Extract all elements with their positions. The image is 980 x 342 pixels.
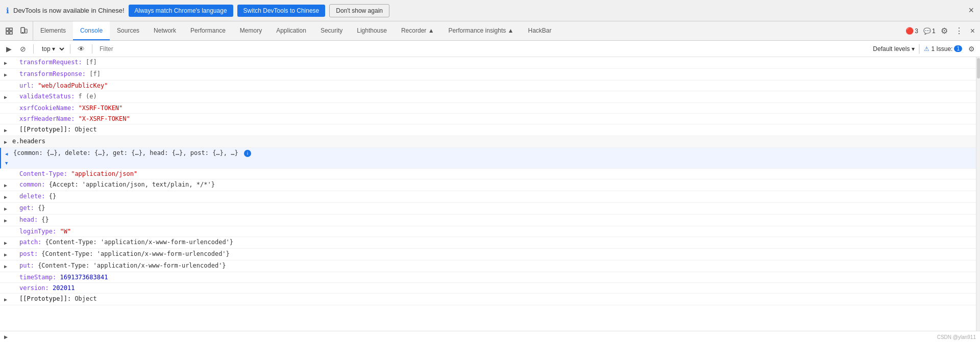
- tab-memory[interactable]: Memory: [233, 21, 269, 40]
- log-text: timeStamp: 1691373683841: [11, 273, 976, 282]
- no-arrow: [4, 103, 11, 104]
- log-line: Content-Type: "application/json": [0, 169, 976, 179]
- expand-arrow[interactable]: ▶: [4, 249, 11, 259]
- expand-arrow[interactable]: ▶: [4, 58, 11, 68]
- no-arrow: [4, 169, 11, 170]
- log-text: validateStatus: f (e): [11, 92, 976, 101]
- expand-arrow[interactable]: ▶: [4, 192, 11, 202]
- collapse-arrow[interactable]: ◀▼: [5, 148, 12, 168]
- svg-rect-5: [22, 32, 23, 33]
- log-line: ▶ patch: {Content-Type: 'application/x-w…: [0, 237, 976, 249]
- scrollbar[interactable]: [976, 57, 980, 331]
- switch-devtools-button[interactable]: Switch DevTools to Chinese: [237, 5, 326, 17]
- tab-application[interactable]: Application: [269, 21, 313, 40]
- separator-2: [70, 44, 70, 54]
- device-toggle-button[interactable]: [17, 25, 30, 37]
- svg-rect-2: [6, 32, 9, 34]
- run-button[interactable]: ▶: [3, 43, 15, 55]
- tab-sources[interactable]: Sources: [110, 21, 146, 40]
- notification-bar: ℹ DevTools is now available in Chinese! …: [0, 0, 980, 21]
- tab-performance-insights[interactable]: Performance insights ▲: [442, 21, 521, 40]
- no-arrow: [4, 273, 11, 274]
- main-area: ▶ transformRequest: [f] ▶ transformRespo…: [0, 57, 980, 331]
- log-line: version: 202011: [0, 283, 976, 294]
- separator-3: [92, 44, 92, 54]
- no-arrow: [4, 81, 11, 82]
- tab-elements[interactable]: Elements: [33, 21, 73, 40]
- tab-hackbar[interactable]: HackBar: [521, 21, 558, 40]
- log-text: loginType: "W": [11, 227, 976, 236]
- default-levels-button[interactable]: Default levels ▾: [869, 44, 919, 54]
- chevron-down-icon: ▾: [912, 45, 915, 52]
- info-icon: ℹ: [6, 6, 9, 15]
- log-text: common: {Accept: 'application/json, text…: [11, 180, 976, 189]
- nav-icons: [0, 21, 33, 40]
- log-text: [[Prototype]]: Object: [11, 294, 976, 303]
- log-line: ▶ delete: {}: [0, 191, 976, 203]
- log-line: loginType: "W": [0, 226, 976, 237]
- tab-performance[interactable]: Performance: [183, 21, 233, 40]
- console-input[interactable]: [11, 333, 976, 340]
- info-icon-inline: i: [244, 150, 251, 157]
- inspect-button[interactable]: [3, 25, 15, 37]
- no-arrow: [4, 114, 11, 115]
- expand-arrow[interactable]: ▶: [4, 180, 11, 190]
- log-text: e.headers: [11, 137, 976, 146]
- log-line: timeStamp: 1691373683841: [0, 272, 976, 283]
- svg-rect-3: [10, 32, 12, 34]
- tab-console[interactable]: Console: [73, 21, 110, 40]
- notification-text: DevTools is now available in Chinese!: [13, 7, 125, 14]
- log-text: version: 202011: [11, 283, 976, 293]
- separator-1: [33, 44, 34, 54]
- console-content[interactable]: ▶ transformRequest: [f] ▶ transformRespo…: [0, 57, 976, 331]
- console-prompt: ▶: [0, 331, 980, 342]
- warning-icon: ⚠: [924, 45, 929, 52]
- notification-close-button[interactable]: ×: [968, 5, 974, 16]
- stop-button[interactable]: ⊘: [17, 43, 29, 55]
- expand-arrow[interactable]: ▶: [4, 69, 11, 80]
- tab-recorder[interactable]: Recorder ▲: [394, 21, 442, 40]
- expand-arrow[interactable]: ▶: [4, 215, 11, 225]
- svg-rect-6: [25, 29, 27, 33]
- tab-security[interactable]: Security: [313, 21, 350, 40]
- close-devtools-button[interactable]: ×: [968, 24, 977, 38]
- log-line: ▶ common: {Accept: 'application/json, te…: [0, 179, 976, 191]
- log-line: xsrfCookieName: "XSRF-TOKEN": [0, 103, 976, 114]
- log-text: transformRequest: [f]: [11, 58, 976, 67]
- log-text: patch: {Content-Type: 'application/x-www…: [11, 238, 976, 247]
- log-line: ▶ transformRequest: [f]: [0, 57, 976, 69]
- scroll-thumb[interactable]: [977, 58, 980, 78]
- context-select[interactable]: top ▾: [38, 44, 66, 54]
- more-button[interactable]: ⋮: [953, 24, 965, 38]
- dont-show-again-button[interactable]: Don't show again: [329, 4, 389, 17]
- settings-button[interactable]: ⚙: [939, 24, 950, 38]
- issues-badge: ⚠ 1 Issue: 1: [919, 44, 966, 54]
- eye-button[interactable]: 👁: [75, 43, 88, 55]
- log-text: put: {Content-Type: 'application/x-www-f…: [11, 261, 976, 270]
- filter-input[interactable]: [96, 44, 867, 54]
- tab-bar: Elements Console Sources Network Perform…: [0, 21, 980, 41]
- expand-arrow[interactable]: ▶: [4, 125, 11, 135]
- expand-arrow[interactable]: ▶: [4, 238, 11, 248]
- watermark: CSDN @ylan911: [937, 334, 976, 340]
- expand-arrow[interactable]: ▶: [4, 137, 11, 147]
- svg-rect-1: [10, 28, 12, 31]
- log-text: Content-Type: "application/json": [11, 169, 976, 178]
- tab-lighthouse[interactable]: Lighthouse: [350, 21, 394, 40]
- always-match-button[interactable]: Always match Chrome's language: [129, 5, 233, 17]
- log-text: post: {Content-Type: 'application/x-www-…: [11, 249, 976, 258]
- log-text: xsrfHeaderName: "X-XSRF-TOKEN": [11, 114, 976, 123]
- expand-arrow[interactable]: ▶: [4, 294, 11, 304]
- warning-badge: 💬 1: [923, 28, 936, 35]
- log-text: [[Prototype]]: Object: [11, 125, 976, 134]
- no-arrow: [4, 283, 11, 284]
- log-text: {common: {…}, delete: {…}, get: {…}, hea…: [12, 148, 976, 157]
- expand-arrow[interactable]: ▶: [4, 261, 11, 271]
- log-line: ▶ put: {Content-Type: 'application/x-www…: [0, 260, 976, 272]
- tab-network[interactable]: Network: [146, 21, 183, 40]
- log-line: ▶ validateStatus: f (e): [0, 91, 976, 103]
- console-settings-button[interactable]: ⚙: [966, 43, 977, 55]
- expand-arrow[interactable]: ▶: [4, 92, 11, 102]
- expand-arrow[interactable]: ▶: [4, 203, 11, 214]
- log-line: ▶ [[Prototype]]: Object: [0, 124, 976, 136]
